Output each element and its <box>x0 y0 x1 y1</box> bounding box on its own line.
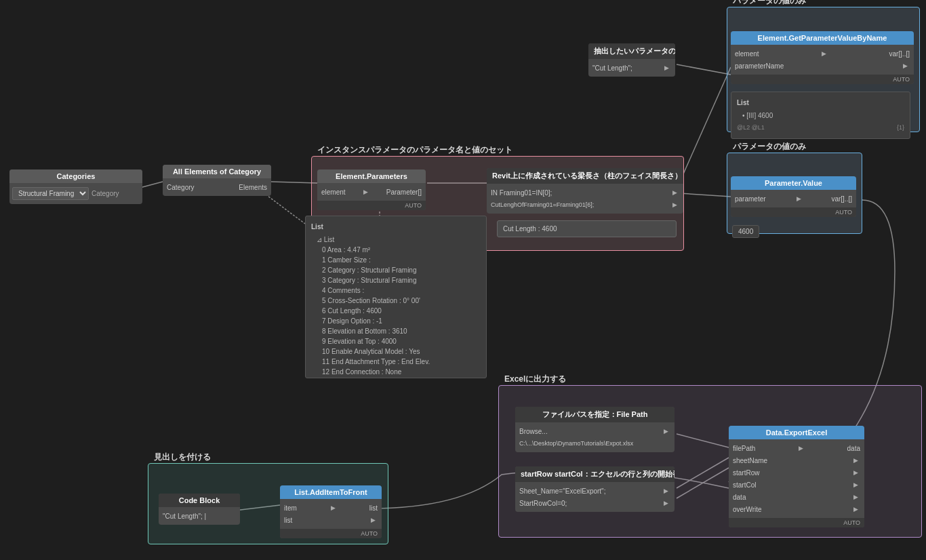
get-param-name-arrow: ▶ <box>903 62 908 69</box>
file-path-value-row: C:\...\Desktop\DynamoTutorials\Expot.xls… <box>515 437 675 449</box>
file-path-browse-row: Browse... ▶ <box>515 425 675 437</box>
start-row-col-node[interactable]: startRow startCol：エクセルの行と列の開始番号 Sheet_Na… <box>515 466 675 512</box>
all-elements-node[interactable]: All Elements of Category Category Elemen… <box>163 165 271 196</box>
categories-header: Categories <box>9 169 142 183</box>
list-output-top-footer: @L2 @L1 {1} <box>737 123 904 133</box>
svg-line-1 <box>271 182 317 183</box>
cut-length-preview: Cut Length : 4600 <box>497 220 677 237</box>
list-item-9: 8 Elevation at Bottom : 3610 <box>311 326 481 336</box>
start-row-col-out2-row: StartRowCol=0; ▶ <box>515 497 675 509</box>
get-param-footer: AUTO <box>731 75 914 84</box>
list-add-item-header: List.AddItemToFront <box>280 485 382 499</box>
start-row-col-row-col: StartRowCol=0; <box>519 500 567 507</box>
get-param-value-header: Element.GetParameterValueByName <box>731 31 914 45</box>
data-export-overwrite-port: overWrite <box>733 506 762 513</box>
param-value-footer: AUTO <box>731 207 856 217</box>
get-param-name-row: parameterName ▶ <box>731 60 914 72</box>
data-export-filepath-arrow: ▶ <box>799 445 803 452</box>
start-row-col-arrow1: ▶ <box>664 487 668 494</box>
data-export-startrow-row: startRow ▶ <box>729 466 864 479</box>
revit-framing-out1-arrow: ▶ <box>672 189 677 196</box>
data-export-filepath-row: filePath ▶ data <box>729 442 864 454</box>
list-footer-right: {1} <box>897 123 904 133</box>
data-export-overwrite-row: overWrite ▶ <box>729 503 864 515</box>
all-elements-port-row: Category Elements <box>163 181 271 193</box>
revit-framing-in1: IN Framing01=IN[0]; <box>491 189 552 197</box>
param-out-port: Parameter[] <box>386 188 422 196</box>
start-row-col-sheet-name: Sheet_Name="ExcelExport"; <box>519 487 605 495</box>
file-path-header: ファイルパスを指定：File Path <box>515 407 675 422</box>
list-add-list-row: list ▶ <box>280 514 382 526</box>
group-param-value-mid-label: パラメータの値のみ <box>733 141 806 153</box>
list-add-item-row: item ▶ list <box>280 502 382 514</box>
list-add-list-arrow: ▶ <box>371 517 376 523</box>
param-value-node[interactable]: Parameter.Value parameter ▶ var[]..[] AU… <box>731 176 856 217</box>
data-export-header: Data.ExportExcel <box>729 426 864 439</box>
list-item-3: 2 Category : Structural Framing <box>311 265 481 275</box>
list-add-item-list-out: list <box>369 504 378 512</box>
revit-framing-in2-row: CutLenghOfFraming01=Framing01[6]; ▶ <box>487 199 683 211</box>
extract-param-node[interactable]: 抽出したいパラメータの名前 "Cut Length"; ▶ <box>588 43 675 77</box>
revit-framing-out2-arrow: ▶ <box>672 201 677 208</box>
list-add-list-port: list <box>284 517 292 524</box>
param-value-param-port: parameter <box>735 195 766 203</box>
code-block-value-row: "Cut Length"; | <box>159 510 240 522</box>
list-item-5: 4 Comments : <box>311 285 481 296</box>
list-add-item-node[interactable]: List.AddItemToFront item ▶ list list ▶ A… <box>280 485 382 538</box>
data-export-data-arrow: ▶ <box>853 494 858 500</box>
group-instance-params-label: インスタンスパラメータのパラメータ名と値のセット <box>317 144 512 156</box>
get-param-var-port: var[]..[] <box>889 50 910 58</box>
file-path-node[interactable]: ファイルパスを指定：File Path Browse... ▶ C:\...\D… <box>515 407 675 452</box>
extract-param-header: 抽出したいパラメータの名前 <box>588 43 675 59</box>
extract-param-arrow: ▶ <box>664 64 669 71</box>
element-parameters-port-row: element ▶ Parameter[] <box>317 186 426 198</box>
group-excel-export-label: Excelに出力する <box>504 374 566 385</box>
group-heading-label: 見出しを付ける <box>154 452 211 463</box>
start-row-col-header: startRow startCol：エクセルの行と列の開始番号 <box>515 466 675 482</box>
svg-line-5 <box>679 193 731 197</box>
param-value-var-port: var[]..[] <box>831 195 852 203</box>
data-export-startcol-port: startCol <box>733 481 756 489</box>
data-export-startcol-arrow: ▶ <box>853 481 858 488</box>
list-item-14: 13 End Extension : 0 <box>311 377 481 378</box>
data-export-footer: AUTO <box>729 518 864 527</box>
svg-line-4 <box>679 67 731 183</box>
list-item-6: 5 Cross-Section Rotation : 0° 00' <box>311 296 481 306</box>
element-parameters-footer: AUTO <box>317 201 426 210</box>
element-parameters-header: Element.Parameters <box>317 169 426 183</box>
list-preview-title: List <box>311 222 481 232</box>
code-block-value: "Cut Length"; | <box>163 513 206 520</box>
data-export-data-port: data <box>733 494 746 501</box>
get-param-value-node[interactable]: Element.GetParameterValueByName element … <box>731 31 914 84</box>
value-4600-display: 4600 <box>732 225 759 238</box>
revit-framing-in2: CutLenghOfFraming01=Framing01[6]; <box>491 201 594 208</box>
data-export-startrow-port: startRow <box>733 469 759 477</box>
element-parameters-node[interactable]: Element.Parameters element ▶ Parameter[]… <box>317 169 426 210</box>
list-item-12: 11 End Attachment Type : End Elev. <box>311 357 481 367</box>
revit-framing-node[interactable]: Revit上に作成されている梁長さ（柱のフェイス間長さ） IN Framing0… <box>487 168 683 214</box>
categories-node[interactable]: Categories Structural Framing Category <box>9 169 142 204</box>
structural-framing-dropdown[interactable]: Structural Framing <box>12 187 89 200</box>
data-export-excel-node[interactable]: Data.ExportExcel filePath ▶ data sheetNa… <box>729 426 864 527</box>
get-param-name-port: parameterName <box>735 62 784 70</box>
categories-category-label: Category <box>92 190 119 197</box>
code-block-node[interactable]: Code Block "Cut Length"; | <box>159 494 240 525</box>
list-item-0: ⊿ List <box>311 235 481 245</box>
group-param-value-top-label: パラメータの値のみ <box>733 0 806 7</box>
list-add-item-footer: AUTO <box>280 529 382 538</box>
get-param-element-arrow: ▶ <box>822 50 826 57</box>
list-item-2: 1 Camber Size : <box>311 255 481 265</box>
list-item-11: 10 Enable Analytical Model : Yes <box>311 346 481 357</box>
data-export-overwrite-arrow: ▶ <box>853 506 858 513</box>
list-item-4: 3 Category : Structural Framing <box>311 275 481 285</box>
file-path-value: C:\...\Desktop\DynamoTutorials\Expot.xls… <box>519 440 633 447</box>
data-export-filepath-port: filePath <box>733 445 755 452</box>
list-footer-left: @L2 @L1 <box>737 123 765 133</box>
start-row-col-out1-row: Sheet_Name="ExcelExport"; ▶ <box>515 485 675 497</box>
revit-framing-header: Revit上に作成されている梁長さ（柱のフェイス間長さ） <box>487 168 683 184</box>
param-value-port-row: parameter ▶ var[]..[] <box>731 193 856 205</box>
data-export-data-row: data ▶ <box>729 491 864 503</box>
data-export-sheetname-arrow: ▶ <box>853 457 858 464</box>
extract-param-port-row: "Cut Length"; ▶ <box>588 62 675 74</box>
file-path-browse: Browse... <box>519 428 548 435</box>
